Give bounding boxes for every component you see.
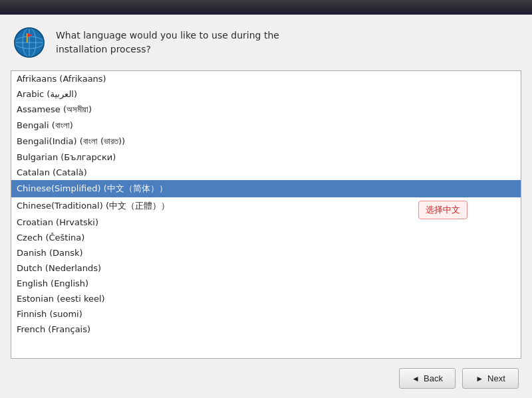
next-label: Next xyxy=(487,373,505,383)
lang-item-english[interactable]: English (English) xyxy=(11,276,521,291)
lang-item-estonian[interactable]: Estonian (eesti keel) xyxy=(11,291,521,306)
language-list[interactable]: Afrikaans (Afrikaans)Arabic (العربية)Ass… xyxy=(11,71,521,358)
language-list-container: Afrikaans (Afrikaans)Arabic (العربية)Ass… xyxy=(11,70,521,359)
next-button[interactable]: ► Next xyxy=(462,368,519,389)
lang-item-bulgarian[interactable]: Bulgarian (Български) xyxy=(11,149,521,165)
back-label: Back xyxy=(424,373,443,383)
lang-item-chinese-simplified[interactable]: Chinese(Simplified) (中文（简体）） xyxy=(11,180,521,197)
lang-item-assamese[interactable]: Assamese (অসমীয়া) xyxy=(11,102,521,118)
main-content: What language would you like to use duri… xyxy=(0,15,532,398)
lang-item-bengali[interactable]: Bengali (বাংলা) xyxy=(11,118,521,134)
lang-item-chinese-traditional[interactable]: Chinese(Traditional) (中文（正體）） xyxy=(11,197,521,215)
lang-item-arabic[interactable]: Arabic (العربية) xyxy=(11,86,521,102)
lang-item-croatian[interactable]: Croatian (Hrvatski) xyxy=(11,215,521,230)
globe-icon xyxy=(13,27,45,58)
lang-item-finnish[interactable]: Finnish (suomi) xyxy=(11,306,521,322)
footer-section: ◄ Back ► Next xyxy=(0,359,532,398)
lang-item-czech[interactable]: Czech (Čeština) xyxy=(11,230,521,245)
next-icon: ► xyxy=(475,374,483,383)
lang-item-catalan[interactable]: Catalan (Català) xyxy=(11,165,521,180)
lang-item-danish[interactable]: Danish (Dansk) xyxy=(11,245,521,260)
back-icon: ◄ xyxy=(412,374,420,383)
back-button[interactable]: ◄ Back xyxy=(399,368,456,389)
lang-item-afrikaans[interactable]: Afrikaans (Afrikaans) xyxy=(11,71,521,86)
top-bar xyxy=(0,0,532,15)
svg-rect-6 xyxy=(27,33,28,43)
lang-item-french[interactable]: French (Français) xyxy=(11,322,521,337)
header-text: What language would you like to use duri… xyxy=(56,29,279,56)
lang-item-dutch[interactable]: Dutch (Nederlands) xyxy=(11,260,521,276)
lang-item-bengali-india[interactable]: Bengali(India) (বাংলা (ভারত)) xyxy=(11,134,521,149)
header-section: What language would you like to use duri… xyxy=(0,15,532,70)
